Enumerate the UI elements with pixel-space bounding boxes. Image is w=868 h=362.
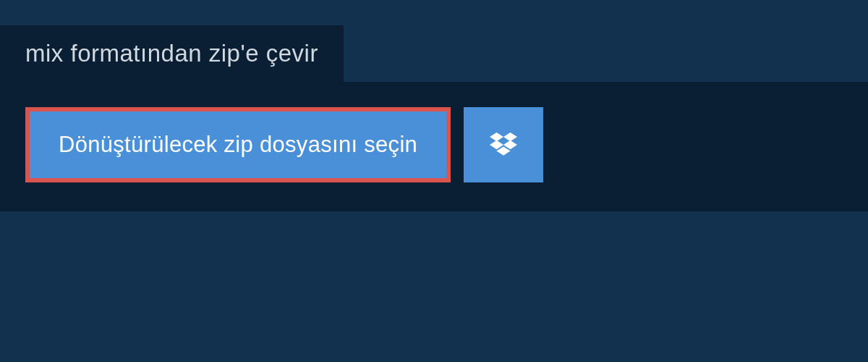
select-file-button[interactable]: Dönüştürülecek zip dosyasını seçin xyxy=(25,107,451,182)
dropbox-button[interactable] xyxy=(464,107,543,182)
tab-bar: mix formatından zip'e çevir xyxy=(0,25,868,82)
select-file-label: Dönüştürülecek zip dosyasını seçin xyxy=(59,132,417,158)
content-panel: Dönüştürülecek zip dosyasını seçin xyxy=(0,82,868,211)
tab-convert[interactable]: mix formatından zip'e çevir xyxy=(0,25,344,82)
tab-label: mix formatından zip'e çevir xyxy=(25,40,318,67)
button-row: Dönüştürülecek zip dosyasını seçin xyxy=(25,107,843,182)
dropbox-icon xyxy=(490,132,517,158)
